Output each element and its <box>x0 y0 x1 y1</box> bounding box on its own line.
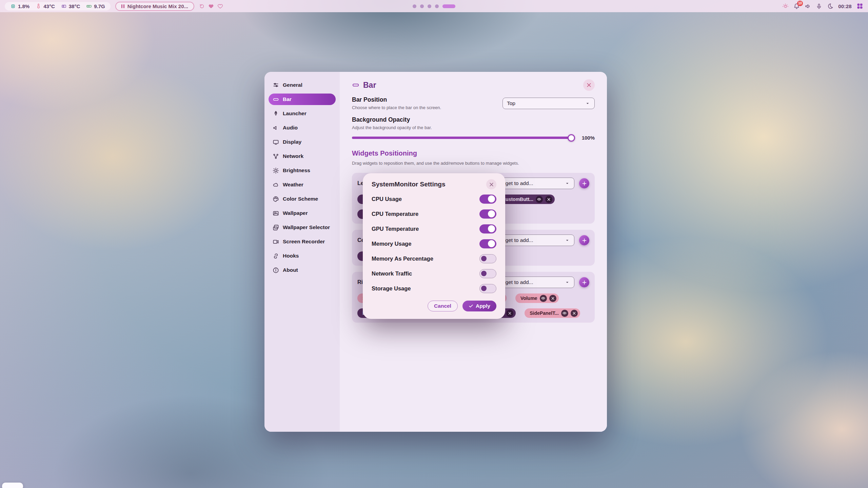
bar-position-value: Top <box>507 100 515 106</box>
add-widget-button[interactable] <box>579 235 589 245</box>
eye-icon[interactable] <box>561 310 568 317</box>
add-widget-button[interactable] <box>579 178 589 188</box>
sidebar-item-label: Color Scheme <box>283 196 318 202</box>
cancel-button[interactable]: Cancel <box>428 301 458 311</box>
toggle-cpu-temperature[interactable] <box>479 209 496 219</box>
close-icon <box>586 82 592 88</box>
cpu-temp-stat: 43°C <box>36 3 55 9</box>
sidebar-item-weather[interactable]: Weather <box>269 179 336 190</box>
toggle-network-traffic[interactable] <box>479 269 496 278</box>
sidebar-item-brightness[interactable]: Brightness <box>269 165 336 176</box>
cpu-icon <box>10 3 16 9</box>
sidebar-item-color-scheme[interactable]: Color Scheme <box>269 193 336 205</box>
eye-icon[interactable] <box>540 295 547 302</box>
toggle-cpu-usage[interactable] <box>479 195 496 204</box>
heart-outline-icon[interactable] <box>217 3 223 9</box>
sidebar-item-label: Screen Recorder <box>283 239 325 245</box>
plus-icon <box>582 181 587 186</box>
sidebar-item-label: General <box>283 82 302 88</box>
ram-value: 9.7G <box>94 3 105 9</box>
plus-icon <box>582 238 587 243</box>
notifications-bell[interactable]: 10 <box>793 3 800 9</box>
sidebar-item-label: Display <box>283 139 301 145</box>
opacity-value: 100% <box>578 135 595 141</box>
bar-position-dropdown[interactable]: Top <box>502 98 595 109</box>
workspace-active-pill[interactable] <box>442 4 455 8</box>
toggle-memory-as-percentage[interactable] <box>479 254 496 263</box>
opacity-slider[interactable] <box>352 137 574 139</box>
close-icon[interactable] <box>545 196 552 203</box>
sidebar-item-bar[interactable]: Bar <box>269 94 336 105</box>
monitor-icon <box>273 139 279 145</box>
bar-icon <box>352 81 359 89</box>
add-widget-button[interactable] <box>579 277 589 287</box>
microphone-icon[interactable] <box>816 3 822 9</box>
cpu-usage-value: 1.8% <box>18 3 29 9</box>
chevron-down-icon <box>565 181 570 186</box>
widget-chip[interactable]: Volume <box>515 293 559 303</box>
close-window-button[interactable] <box>583 79 595 91</box>
toggle-label: Network Traffic <box>372 270 412 277</box>
ram-icon <box>86 3 92 9</box>
sidebar-item-screen-recorder[interactable]: Screen Recorder <box>269 236 336 247</box>
toggle-label: CPU Usage <box>372 196 402 202</box>
sunset-icon[interactable] <box>782 3 789 9</box>
heart-icon[interactable] <box>208 3 214 9</box>
workspace-indicators[interactable] <box>413 0 455 12</box>
sidebar-item-audio[interactable]: Audio <box>269 122 336 134</box>
workspace-dot[interactable] <box>413 4 416 8</box>
widget-chip-label: SidePanelT... <box>530 310 559 316</box>
apply-button[interactable]: Apply <box>462 301 496 311</box>
chevron-down-icon <box>565 280 570 285</box>
toggle-memory-usage[interactable] <box>479 239 496 248</box>
sidebar-item-label: About <box>283 267 298 273</box>
sidebar-item-label: Bar <box>283 96 292 102</box>
toggle-gpu-temperature[interactable] <box>479 224 496 233</box>
close-icon[interactable] <box>549 295 556 302</box>
cpu-temp-icon <box>36 3 41 9</box>
workspace-dot[interactable] <box>420 4 424 8</box>
widgets-positioning-description: Drag widgets to reposition them, and use… <box>352 160 589 167</box>
modal-title: SystemMonitor Settings <box>372 181 445 188</box>
media-player-chip[interactable]: Nightcore Music Mix 20... <box>115 2 194 11</box>
toggle-label: Memory Usage <box>372 241 411 247</box>
workspace-dot[interactable] <box>428 4 431 8</box>
pause-icon <box>121 4 124 8</box>
chevron-down-icon <box>585 101 590 106</box>
opacity-slider-thumb[interactable] <box>568 134 575 142</box>
sliders-icon <box>273 82 279 88</box>
sidebar-item-launcher[interactable]: Launcher <box>269 108 336 119</box>
workspace-dot[interactable] <box>435 4 439 8</box>
opacity-slider-fill <box>352 137 574 139</box>
modal-close-button[interactable] <box>486 179 496 189</box>
check-icon <box>469 304 473 308</box>
system-stats-pill[interactable]: 1.8% 43°C 38°C 9.7G <box>5 2 111 11</box>
widget-chip[interactable]: SidePanelT... <box>525 308 580 318</box>
loop-icon[interactable] <box>199 3 205 9</box>
sidebar-item-about[interactable]: About <box>269 264 336 276</box>
bar-position-description: Choose where to place the bar on the scr… <box>352 105 441 110</box>
sidebar-item-label: Weather <box>283 182 303 188</box>
sidebar-item-label: Hooks <box>283 253 299 259</box>
eye-icon[interactable] <box>536 196 543 203</box>
sidebar-item-network[interactable]: Network <box>269 150 336 162</box>
toggle-storage-usage[interactable] <box>479 284 496 293</box>
sidebar-item-wallpaper-selector[interactable]: Wallpaper Selector <box>269 222 336 233</box>
moon-icon[interactable] <box>827 3 833 9</box>
app-grid-icon[interactable] <box>856 3 863 9</box>
sidebar-item-general[interactable]: General <box>269 79 336 91</box>
sidebar-item-display[interactable]: Display <box>269 136 336 148</box>
clock[interactable]: 00:28 <box>838 3 852 9</box>
sidebar-item-wallpaper[interactable]: Wallpaper <box>269 207 336 219</box>
sidebar-item-label: Network <box>283 153 303 159</box>
speaker-icon[interactable] <box>805 3 811 9</box>
palette-icon <box>273 196 279 202</box>
widget-chip[interactable]: CustomButt... <box>497 195 555 204</box>
sidebar-item-hooks[interactable]: Hooks <box>269 250 336 262</box>
close-icon[interactable] <box>506 310 513 317</box>
systemmonitor-settings-modal: SystemMonitor Settings CPU Usage CPU Tem… <box>363 173 505 319</box>
close-icon[interactable] <box>571 310 578 317</box>
speaker-icon <box>273 125 279 131</box>
close-icon <box>489 182 494 187</box>
page-title: Bar <box>363 81 376 90</box>
